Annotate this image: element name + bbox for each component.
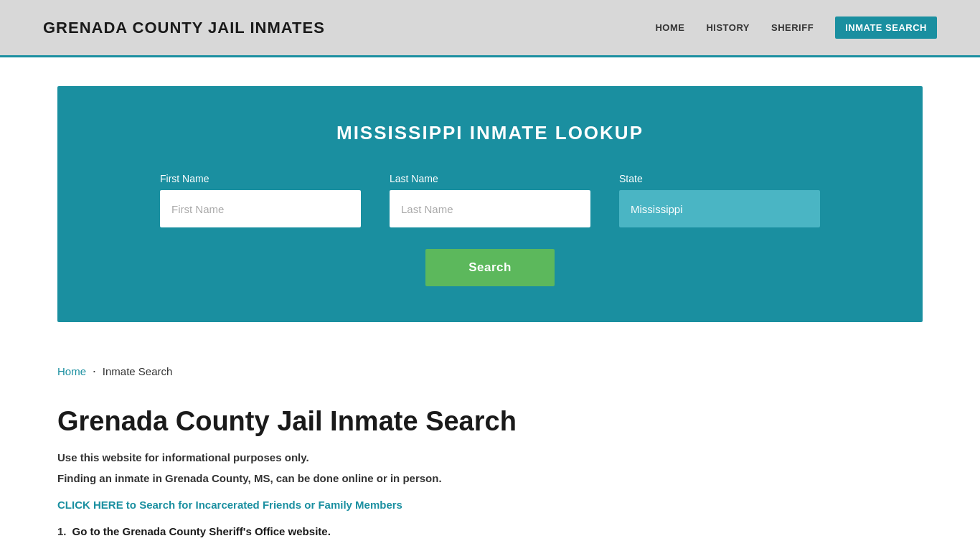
hero-search-section: MISSISSIPPI INMATE LOOKUP First Name Las…: [57, 86, 923, 322]
step-1-text: Go to the Grenada County Sheriff's Offic…: [72, 525, 331, 537]
first-name-input[interactable]: [160, 190, 361, 227]
breadcrumb-current: Inmate Search: [103, 365, 173, 377]
state-label: State: [619, 173, 820, 184]
step-1-number: 1.: [57, 525, 67, 537]
first-name-group: First Name: [160, 173, 361, 227]
breadcrumb: Home • Inmate Search: [0, 351, 980, 392]
site-header: GRENADA COUNTY JAIL INMATES HOME HISTORY…: [0, 0, 980, 57]
nav-inmate-search[interactable]: INMATE SEARCH: [835, 17, 937, 39]
inmate-search-form: First Name Last Name State Search: [86, 173, 894, 286]
state-input[interactable]: [619, 190, 820, 227]
last-name-input[interactable]: [390, 190, 590, 227]
breadcrumb-home-link[interactable]: Home: [57, 365, 86, 377]
nav-sheriff[interactable]: SHERIFF: [771, 22, 814, 33]
nav-home[interactable]: HOME: [655, 22, 684, 33]
first-name-label: First Name: [160, 173, 361, 184]
last-name-label: Last Name: [390, 173, 590, 184]
hero-title: MISSISSIPPI INMATE LOOKUP: [86, 122, 894, 144]
click-here-link[interactable]: CLICK HERE to Search for Incarcerated Fr…: [57, 499, 923, 511]
info-text-2: Finding an inmate in Grenada County, MS,…: [57, 472, 923, 484]
site-title: GRENADA COUNTY JAIL INMATES: [43, 19, 325, 37]
info-text-1: Use this website for informational purpo…: [57, 451, 923, 463]
search-button[interactable]: Search: [425, 249, 555, 286]
form-fields: First Name Last Name State: [86, 173, 894, 227]
main-nav: HOME HISTORY SHERIFF INMATE SEARCH: [655, 17, 937, 39]
main-content: Grenada County Jail Inmate Search Use th…: [0, 392, 980, 551]
state-group: State: [619, 173, 820, 227]
page-title: Grenada County Jail Inmate Search: [57, 406, 923, 437]
steps-list: 1. Go to the Grenada County Sheriff's Of…: [57, 525, 923, 537]
step-1: 1. Go to the Grenada County Sheriff's Of…: [57, 525, 923, 537]
last-name-group: Last Name: [390, 173, 590, 227]
nav-history[interactable]: HISTORY: [706, 22, 750, 33]
breadcrumb-separator: •: [93, 368, 95, 375]
